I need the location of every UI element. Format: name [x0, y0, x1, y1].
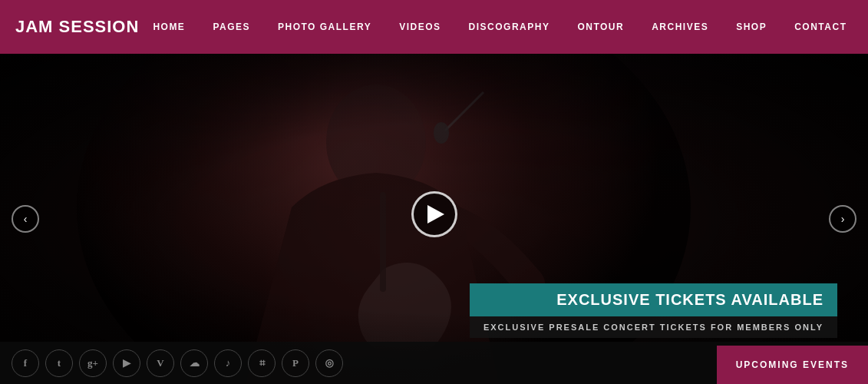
nav-item-contact[interactable]: CONTACT: [781, 0, 860, 54]
social-icon-instagram[interactable]: ◎: [315, 349, 343, 377]
social-icon-youtube[interactable]: ▶: [113, 349, 140, 377]
nav-item-pages[interactable]: PAGES: [199, 0, 264, 54]
next-button[interactable]: ›: [829, 205, 856, 233]
site-title: JAM SESSION: [15, 17, 139, 37]
social-icon-pinterest[interactable]: P: [282, 349, 309, 377]
social-icon-lastfm[interactable]: ♪: [214, 349, 242, 377]
upcoming-events-button[interactable]: UPCOMING EVENTS: [717, 346, 868, 384]
nav-item-discography[interactable]: DISCOGRAPHY: [455, 0, 564, 54]
nav-item-ontour[interactable]: ONTOUR: [563, 0, 638, 54]
hero-section: ‹ › EXCLUSIVE TICKETS AVAILABLE EXCLUSIV…: [0, 54, 868, 384]
ticket-banner: EXCLUSIVE TICKETS AVAILABLE EXCLUSIVE PR…: [470, 283, 837, 338]
nav-item-photo-gallery[interactable]: PHOTO GALLERY: [264, 0, 385, 54]
site-header: JAM SESSION HOMEPAGESPHOTO GALLERYVIDEOS…: [0, 0, 868, 54]
nav-item-shop[interactable]: SHOP: [722, 0, 781, 54]
main-nav: HOMEPAGESPHOTO GALLERYVIDEOSDISCOGRAPHYO…: [139, 0, 860, 54]
social-icon-google-plus[interactable]: g+: [79, 349, 107, 377]
nav-item-archives[interactable]: ARCHIVES: [638, 0, 722, 54]
nav-item-home[interactable]: HOME: [139, 0, 199, 54]
ticket-subtitle: EXCLUSIVE PRESALE CONCERT TICKETS FOR ME…: [470, 316, 837, 338]
nav-item-videos[interactable]: VIDEOS: [385, 0, 454, 54]
social-icon-twitter[interactable]: t: [45, 349, 73, 377]
play-button[interactable]: [411, 191, 457, 237]
social-icon-vimeo[interactable]: V: [147, 349, 174, 377]
ticket-title: EXCLUSIVE TICKETS AVAILABLE: [470, 283, 837, 316]
prev-button[interactable]: ‹: [12, 205, 39, 233]
social-icon-facebook[interactable]: f: [12, 349, 39, 377]
social-icon-rss[interactable]: ⌗: [248, 349, 276, 377]
social-icon-soundcloud[interactable]: ☁: [180, 349, 208, 377]
